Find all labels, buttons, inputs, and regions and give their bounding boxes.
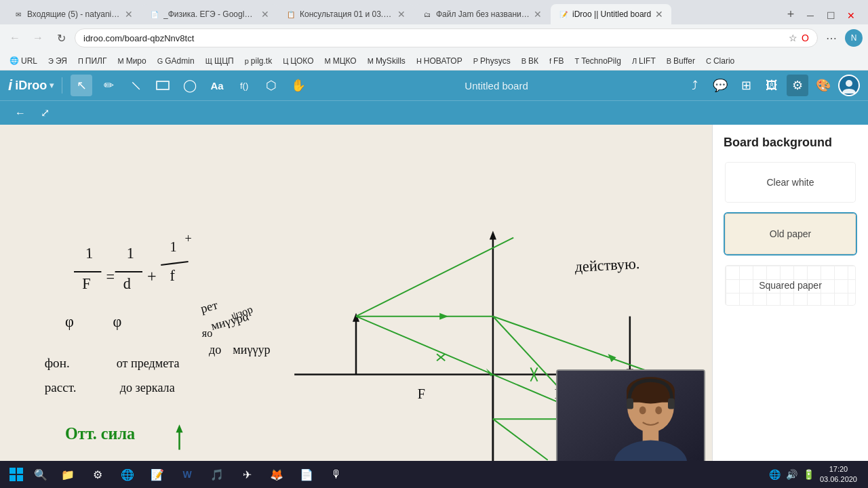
rectangle-tool[interactable] xyxy=(156,81,170,90)
taskbar: 🔍 📁 ⚙ 🌐 📝 W 🎵 ✈ 🦊 📄 🎙 🌐 🔊 🔋 17:20 03.06.… xyxy=(0,461,868,488)
tab-close-button[interactable]: ✕ xyxy=(125,9,133,20)
bookmark-item[interactable]: ЛLIFT xyxy=(628,55,660,67)
taskbar-item-notepad[interactable]: 📝 xyxy=(144,464,171,485)
formula-tool[interactable]: f() xyxy=(233,75,255,96)
minimize-button[interactable]: ─ xyxy=(802,7,819,24)
bookmark-item[interactable]: ММиро xyxy=(113,55,150,67)
bookmark-item[interactable]: PPhysycs xyxy=(469,55,515,67)
fullscreen-button[interactable]: ⤢ xyxy=(35,104,54,123)
bookmark-item[interactable]: ЩЩЦП xyxy=(201,55,238,67)
taskbar-item-word[interactable]: W xyxy=(174,464,201,485)
bg-option-squared-paper[interactable]: Squared paper xyxy=(724,264,857,307)
tray-network-icon[interactable]: 🌐 xyxy=(769,469,781,480)
bg-option-clear-white[interactable]: Clear white xyxy=(724,161,857,204)
address-url: idroo.com/board-qbzNnv8tct xyxy=(83,33,789,43)
bookmark-item[interactable]: ppilg.tk xyxy=(241,55,276,67)
extensions-button[interactable]: ⋯ xyxy=(822,28,841,47)
tab-tab3[interactable]: 📋 Консультация 01 и 03.06.20 - С... ✕ xyxy=(278,4,414,24)
bookmark-item[interactable]: TTechnoPilg xyxy=(570,55,625,67)
back-button[interactable]: ← xyxy=(5,28,24,47)
taskbar-notepad-icon: 📝 xyxy=(151,468,164,481)
bookmark-item[interactable]: fFB xyxy=(545,55,568,67)
bookmark-item[interactable]: ЦЦОКО xyxy=(279,55,317,67)
taskbar-item-docs[interactable]: 📄 xyxy=(293,464,320,485)
select-tool[interactable]: ↖ xyxy=(71,75,92,96)
pencil-tool[interactable]: ✏ xyxy=(98,75,119,96)
taskbar-word-icon: W xyxy=(180,468,194,481)
ellipse-tool[interactable]: ◯ xyxy=(179,75,201,96)
taskbar-item-media[interactable]: 🎵 xyxy=(203,464,231,485)
bookmark-favicon: М xyxy=(324,57,330,65)
logo-dropdown-icon[interactable]: ▾ xyxy=(50,81,54,90)
bookmark-item[interactable]: ММЦКО xyxy=(320,55,360,67)
tab-tab2[interactable]: 📄 _Физика. ЕГЭ - Google Диск ✕ xyxy=(142,4,277,24)
maximize-button[interactable]: ☐ xyxy=(822,7,840,24)
bookmark-favicon: П xyxy=(78,57,83,65)
bookmark-item[interactable]: BBuffer xyxy=(663,55,699,67)
svg-text:φ: φ xyxy=(113,313,122,330)
address-bar[interactable]: idroo.com/board-qbzNnv8tct ☆ O xyxy=(75,28,818,47)
bookmark-label: Clario xyxy=(713,56,734,66)
share-button[interactable]: ⤴ xyxy=(684,75,705,96)
grid-button[interactable]: ⊞ xyxy=(735,75,757,96)
new-tab-button[interactable]: + xyxy=(781,4,801,24)
bookmark-item[interactable]: ВВК xyxy=(517,55,542,67)
bookmark-star-icon[interactable]: ☆ xyxy=(789,33,797,43)
chat-button[interactable]: 💬 xyxy=(709,75,731,96)
app-logo[interactable]: i iDroo ▾ xyxy=(8,77,54,94)
tab-bar: ✉ Входящие (5) - natyanikova@gm... ✕ 📄 _… xyxy=(0,0,868,24)
taskbar-item-chrome[interactable]: 🌐 xyxy=(114,464,141,485)
tab-close-button[interactable]: ✕ xyxy=(261,9,269,20)
bookmark-item[interactable]: ЭЭЯ xyxy=(44,55,71,67)
taskbar-item-telegram[interactable]: ✈ xyxy=(233,464,260,485)
bookmark-label: TechnoPilg xyxy=(581,56,621,66)
bookmark-item[interactable]: 🌐URL xyxy=(5,55,41,67)
tab-close-button[interactable]: ✕ xyxy=(534,9,542,20)
tab-close-button[interactable]: ✕ xyxy=(655,9,663,20)
bookmark-item[interactable]: ППИЛГ xyxy=(74,55,111,67)
forward-button[interactable]: → xyxy=(28,28,47,47)
bg-option-old-paper[interactable]: Old paper xyxy=(724,212,857,256)
bookmark-favicon: G xyxy=(157,57,163,65)
bookmark-item[interactable]: CClario xyxy=(702,55,738,67)
taskbar-search-button[interactable]: 🔍 xyxy=(30,464,52,485)
bookmark-item[interactable]: GGAdmin xyxy=(153,55,199,67)
canvas-area[interactable]: 1 F = 1 d + 1 f φ φ рет миγурα ψзор яо xyxy=(0,125,712,488)
opera-icon[interactable]: O xyxy=(802,33,809,43)
svg-rect-74 xyxy=(668,399,675,409)
user-avatar[interactable]: N xyxy=(845,29,863,47)
close-button[interactable]: ✕ xyxy=(842,7,860,24)
tab-tab1[interactable]: ✉ Входящие (5) - natyanikova@gm... ✕ xyxy=(5,4,141,24)
svg-point-75 xyxy=(639,407,646,415)
bookmark-item[interactable]: ННОВАТОР xyxy=(412,55,467,67)
logo-text: iDroo xyxy=(15,79,47,93)
tray-time[interactable]: 17:20 03.06.2020 xyxy=(820,464,857,485)
tab-close-button[interactable]: ✕ xyxy=(397,9,406,20)
reload-button[interactable]: ↻ xyxy=(52,28,71,47)
line-tool[interactable]: | xyxy=(120,70,151,100)
image-button[interactable]: 🖼 xyxy=(761,75,783,96)
svg-text:миγγур: миγγур xyxy=(233,343,270,357)
bookmark-item[interactable]: MMySkills xyxy=(363,55,410,67)
taskbar-item-voice[interactable]: 🎙 xyxy=(323,464,350,485)
text-tool[interactable]: Aa xyxy=(206,75,228,96)
tab-tab4[interactable]: 🗂 Файл Jam без названия - Googl... ✕ xyxy=(414,4,550,24)
address-bar-row: ← → ↻ idroo.com/board-qbzNnv8tct ☆ O ⋯ N xyxy=(0,24,868,52)
bookmark-favicon: Э xyxy=(48,57,54,65)
user-avatar-toolbar[interactable] xyxy=(838,75,860,96)
svg-rect-77 xyxy=(9,468,16,474)
paint-button[interactable]: 🎨 xyxy=(812,75,834,96)
eraser-tool[interactable]: ⬡ xyxy=(260,75,282,96)
taskbar-item-firefox[interactable]: 🦊 xyxy=(263,464,290,485)
taskbar-item-settings[interactable]: ⚙ xyxy=(84,464,111,485)
app-toolbar: i iDroo ▾ ↖ ✏ | ◯ Aa f() ⬡ ✋ Untitled bo… xyxy=(0,70,868,100)
board-title: Untitled board xyxy=(315,80,678,92)
hand-tool[interactable]: ✋ xyxy=(288,75,309,96)
start-button[interactable] xyxy=(5,464,27,485)
taskbar-item-explorer[interactable]: 📁 xyxy=(54,464,81,485)
settings-button[interactable]: ⚙ xyxy=(787,75,808,96)
tray-volume-icon[interactable]: 🔊 xyxy=(786,469,797,480)
tray-battery-icon[interactable]: 🔋 xyxy=(803,469,814,480)
tab-tab5[interactable]: 📝 iDroo || Untitled board ✕ xyxy=(551,4,671,24)
back-arrow-button[interactable]: ← xyxy=(11,104,30,123)
